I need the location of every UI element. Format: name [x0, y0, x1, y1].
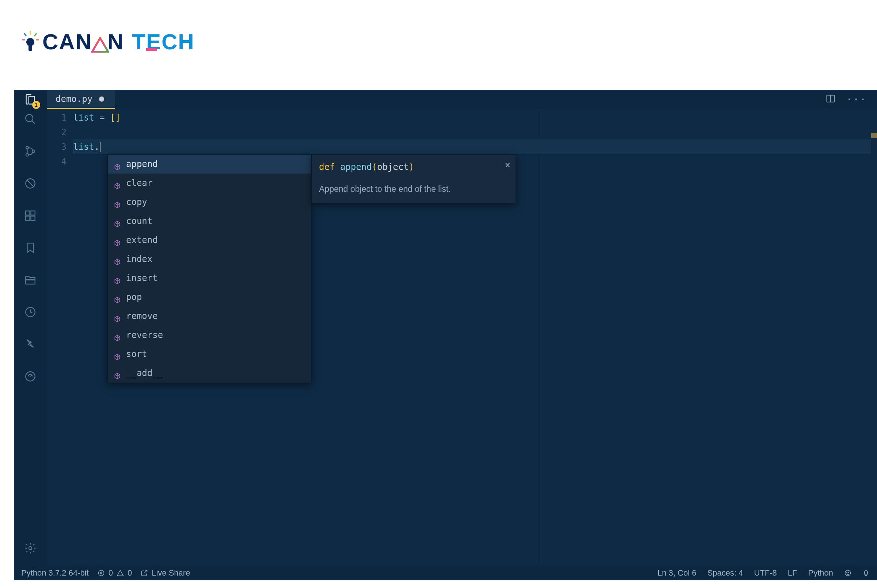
autocomplete-label: pop [126, 290, 142, 304]
autocomplete-item[interactable]: append [108, 154, 311, 174]
autocomplete-label: extend [126, 233, 158, 248]
autocomplete-item[interactable]: pop [108, 288, 311, 307]
signature-tooltip: × def append(object) Append object to th… [311, 154, 516, 203]
method-icon [114, 218, 121, 225]
timeline-icon[interactable] [23, 305, 37, 320]
svg-rect-6 [28, 46, 32, 51]
svg-point-5 [26, 38, 34, 46]
search-icon[interactable] [23, 112, 37, 126]
line-gutter: 1 2 3 4 [47, 109, 73, 566]
autocomplete-item[interactable]: extend [108, 231, 311, 250]
autocomplete-label: __add__ [126, 366, 163, 380]
status-live-share[interactable]: Live Share [141, 568, 190, 578]
status-python[interactable]: Python 3.7.2 64-bit [21, 568, 89, 578]
method-icon [114, 369, 121, 377]
autocomplete-item[interactable]: index [108, 250, 311, 268]
unsaved-dot-icon [99, 96, 104, 102]
autocomplete-label: index [126, 252, 152, 266]
method-icon [114, 179, 121, 187]
svg-rect-20 [25, 216, 30, 220]
minimap[interactable] [871, 109, 877, 566]
status-cursor-pos[interactable]: Ln 3, Col 6 [657, 568, 696, 578]
svg-rect-18 [25, 211, 30, 215]
autocomplete-label: clear [126, 176, 152, 190]
share-icon[interactable] [23, 369, 37, 384]
autocomplete-item[interactable]: clear [108, 174, 311, 193]
bell-icon[interactable] [862, 569, 870, 577]
svg-point-13 [26, 147, 28, 149]
svg-marker-7 [92, 38, 108, 52]
autocomplete-popup: appendclearcopycountextendindexinsertpop… [108, 154, 311, 383]
folder-icon[interactable] [23, 273, 37, 287]
autocomplete-item[interactable]: copy [108, 193, 311, 212]
status-errors[interactable]: 0 0 [97, 568, 132, 578]
logo-can: CAN [42, 30, 92, 54]
minimap-highlight [871, 133, 877, 138]
code-editor-window: 1 demo.py ··· [14, 90, 877, 580]
method-icon [114, 312, 121, 320]
method-icon [114, 351, 121, 358]
autocomplete-label: reverse [126, 328, 163, 342]
bookmark-icon[interactable] [23, 240, 37, 255]
tab-label: demo.py [55, 94, 93, 104]
method-icon [114, 237, 121, 244]
method-icon [114, 274, 121, 282]
svg-point-24 [29, 547, 32, 550]
method-icon [114, 294, 121, 301]
autocomplete-item[interactable]: count [108, 212, 311, 231]
method-icon [114, 332, 121, 339]
brand-logo: CAN N TECH [22, 29, 195, 54]
source-control-icon[interactable] [23, 144, 37, 159]
extensions-icon[interactable] [23, 208, 37, 223]
svg-point-30 [849, 572, 849, 573]
autocomplete-item[interactable]: sort [108, 345, 311, 364]
autocomplete-label: sort [126, 347, 147, 362]
svg-point-11 [25, 114, 33, 122]
autocomplete-label: insert [126, 271, 158, 285]
status-encoding[interactable]: UTF-8 [754, 568, 777, 578]
more-actions-icon[interactable]: ··· [846, 93, 867, 106]
editor-pane[interactable]: 1 2 3 4 list = [] list. appendclearcopyc… [47, 109, 877, 566]
svg-marker-8 [92, 38, 108, 52]
tab-demo-py[interactable]: demo.py [47, 90, 115, 109]
svg-rect-21 [31, 216, 35, 220]
svg-line-17 [27, 180, 34, 187]
method-icon [114, 255, 121, 263]
autocomplete-label: remove [126, 309, 158, 323]
status-eol[interactable]: LF [788, 568, 798, 578]
feedback-icon[interactable] [23, 337, 37, 351]
gear-icon[interactable] [23, 541, 37, 555]
code-line[interactable]: list = [] [73, 110, 871, 125]
svg-point-29 [847, 572, 847, 573]
svg-rect-19 [31, 211, 35, 215]
autocomplete-item[interactable]: __add__ [108, 364, 311, 382]
text-cursor [100, 142, 100, 152]
debug-icon[interactable] [23, 176, 37, 191]
svg-line-1 [24, 33, 26, 36]
close-icon[interactable]: × [505, 158, 510, 172]
autocomplete-item[interactable]: insert [108, 268, 311, 288]
autocomplete-item[interactable]: reverse [108, 326, 311, 345]
svg-point-15 [32, 150, 35, 152]
feedback-smiley-icon[interactable] [844, 569, 852, 577]
status-bar: Python 3.7.2 64-bit 0 0 Live Share Ln 3,… [14, 566, 877, 580]
autocomplete-label: copy [126, 195, 147, 209]
split-editor-icon[interactable] [826, 93, 836, 105]
logo-tech: TECH [132, 29, 194, 54]
method-icon [114, 160, 121, 168]
activity-bar [14, 109, 47, 566]
editor-ruler [540, 109, 540, 566]
svg-point-14 [26, 153, 28, 156]
svg-line-2 [34, 33, 36, 36]
svg-line-12 [32, 121, 35, 124]
method-icon [114, 198, 121, 206]
status-language[interactable]: Python [808, 568, 834, 578]
code-line[interactable] [73, 125, 871, 140]
explorer-badge: 1 [32, 101, 40, 109]
status-spaces[interactable]: Spaces: 4 [708, 568, 743, 578]
signature-description: Append object to the end of the list. [319, 182, 508, 196]
tab-bar: 1 demo.py ··· [14, 90, 877, 109]
autocomplete-label: append [126, 157, 158, 171]
code-line-active[interactable]: list. [73, 140, 871, 154]
autocomplete-item[interactable]: remove [108, 307, 311, 326]
